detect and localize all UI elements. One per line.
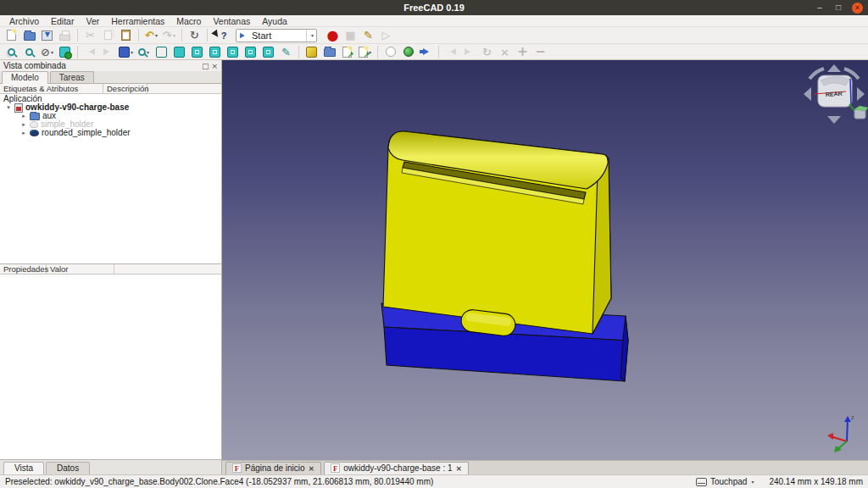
nav-style-caret[interactable]: ▾ (751, 479, 754, 485)
copy-icon (104, 30, 112, 40)
zoom-caret[interactable]: ▾ (147, 49, 149, 55)
web-close-button[interactable]: × (497, 45, 513, 59)
expander-expanded-icon[interactable]: ▾ (5, 103, 12, 112)
properties-editor[interactable] (0, 274, 221, 460)
macro-record-button[interactable]: ● (325, 28, 341, 42)
expander-collapsed-icon[interactable]: ▸ (20, 120, 27, 129)
maximize-button[interactable]: □ (833, 3, 843, 13)
properties-header: Propiedades Valor (0, 264, 221, 274)
view-bottom-button[interactable] (242, 45, 259, 59)
copy-button[interactable] (100, 28, 116, 42)
menu-ver[interactable]: Ver (80, 16, 105, 26)
properties-column[interactable]: Propiedades (0, 264, 47, 274)
isometric-caret[interactable]: ▾ (131, 49, 133, 55)
web-go-button[interactable] (418, 45, 434, 59)
tree-column-description[interactable]: Descripción (103, 84, 147, 93)
create-part-button[interactable] (303, 45, 320, 59)
tree-item-document[interactable]: ▾ owkiddy-v90-charge-base (0, 103, 221, 112)
tab-vista[interactable]: Vista (3, 462, 44, 474)
view-left-button[interactable] (260, 45, 276, 59)
make-link-group-button[interactable]: ↗▾ (357, 45, 373, 59)
menu-herramientas[interactable]: Herramientas (105, 16, 170, 26)
view-back-button[interactable] (82, 45, 98, 59)
view-rear-button[interactable] (225, 45, 241, 59)
tab-modelo[interactable]: Modelo (2, 71, 48, 84)
draw-style-caret[interactable]: ▾ (51, 49, 53, 55)
tab-tareas[interactable]: Tareas (50, 71, 94, 83)
macro-play-button[interactable]: ▷ (378, 28, 394, 42)
tab-document[interactable]: F owkiddy-v90-charge-base : 1 × (324, 462, 469, 474)
web-refresh-button[interactable]: ↻ (479, 45, 495, 59)
view-top-button[interactable] (189, 45, 205, 59)
tree-header: Etiquetas & Atributos Descripción (0, 84, 221, 94)
view-isometric-button[interactable]: ▾ (118, 45, 134, 59)
expander-collapsed-icon[interactable]: ▸ (20, 112, 27, 120)
nav-back-button[interactable] (443, 45, 459, 59)
redo-dropdown-caret[interactable]: ▾ (173, 32, 175, 38)
tree-item-aux[interactable]: ▸ aux (0, 112, 221, 120)
macro-edit-button[interactable]: ✎ (360, 28, 376, 42)
open-file-button[interactable] (21, 28, 37, 42)
expander-collapsed-icon[interactable]: ▸ (20, 129, 27, 137)
toolbar-separator (207, 29, 208, 42)
tab-close-icon[interactable]: × (309, 464, 315, 473)
globe-icon (403, 47, 414, 57)
tab-start-page[interactable]: F Página de inicio × (225, 462, 321, 474)
open-folder-icon (24, 32, 36, 41)
cut-button[interactable]: ✂ (82, 28, 98, 42)
save-button[interactable] (39, 28, 55, 42)
undo-dropdown-caret[interactable]: ▾ (155, 32, 158, 38)
measure-distance-button[interactable]: ✎ (278, 45, 294, 59)
new-file-button[interactable] (3, 28, 19, 42)
view-forward-button[interactable] (100, 45, 116, 59)
draw-style-button[interactable]: ⊘▾ (39, 45, 55, 59)
menu-archivo[interactable]: Archivo (3, 16, 45, 26)
web-home-button[interactable] (400, 45, 416, 59)
workbench-dropdown-caret[interactable]: ▾ (311, 32, 314, 38)
redo-button[interactable]: ↷▾ (161, 28, 177, 42)
web-stop-button[interactable] (382, 45, 398, 59)
print-button[interactable] (57, 28, 73, 42)
texture-view-button[interactable] (57, 45, 73, 59)
nav-forward-button[interactable] (461, 45, 477, 59)
view-axonometric-button[interactable] (153, 45, 170, 59)
zoom-tools-button[interactable]: ▾ (136, 45, 152, 59)
zoom-in-button[interactable]: + (515, 45, 531, 59)
close-button[interactable]: × (852, 3, 863, 14)
refresh-button[interactable]: ↻ (186, 28, 203, 42)
make-link-button[interactable]: ↗ (339, 45, 355, 59)
status-bar: Preselected: owkiddy_v90_charge_base.Bod… (0, 474, 868, 488)
panel-close-icon[interactable]: × (211, 62, 218, 70)
nav-style-label[interactable]: Touchpad (710, 477, 747, 486)
minimize-button[interactable]: – (815, 3, 825, 13)
zoom-out-icon: − (535, 47, 546, 58)
zoom-out-button[interactable]: − (532, 45, 548, 59)
menu-editar[interactable]: Editar (45, 16, 80, 26)
3d-viewport[interactable]: REAR z (222, 60, 868, 460)
menu-macro[interactable]: Macro (170, 16, 207, 26)
view-right-button[interactable] (207, 45, 223, 59)
menu-ventanas[interactable]: Ventanas (207, 16, 256, 26)
whats-this-button[interactable]: ? (212, 28, 228, 42)
fit-selection-button[interactable] (21, 45, 37, 59)
fit-all-button[interactable] (3, 45, 19, 59)
undo-button[interactable]: ↶▾ (143, 28, 159, 42)
menu-ayuda[interactable]: Ayuda (256, 16, 293, 26)
redo-icon: ↷ (163, 30, 172, 41)
panel-float-icon[interactable]: □ (202, 62, 209, 70)
holder-yellow-body[interactable] (383, 131, 611, 337)
nav-cube-face-label[interactable]: REAR (826, 91, 843, 97)
web-refresh-icon: ↻ (482, 47, 492, 58)
macro-stop-button[interactable]: ■ (342, 28, 359, 42)
workbench-selector[interactable]: Start ▾ (236, 29, 317, 42)
create-group-button[interactable] (321, 45, 337, 59)
value-column[interactable]: Valor (47, 264, 114, 274)
tree-column-labels[interactable]: Etiquetas & Atributos (0, 84, 103, 93)
paste-button[interactable] (118, 28, 134, 42)
navigation-cube[interactable]: REAR (804, 64, 868, 124)
tab-datos[interactable]: Datos (46, 462, 90, 474)
tree-item-rounded-simple-holder[interactable]: ▸ rounded_simple_holder (0, 129, 221, 137)
view-front-button[interactable] (171, 45, 187, 59)
top-view-icon (192, 47, 203, 58)
tab-close-icon[interactable]: × (456, 464, 463, 473)
